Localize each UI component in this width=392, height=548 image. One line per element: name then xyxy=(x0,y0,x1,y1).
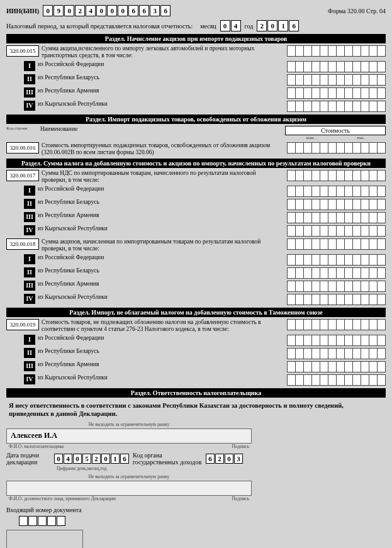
section-2: Раздел. Импорт подакцизных товаров, осво… xyxy=(6,115,386,124)
code-017: 320.00.017 xyxy=(6,170,39,181)
noframe-2: Не выходить за ограничительную рамку xyxy=(6,474,252,479)
iin-boxes: 090240006636 xyxy=(43,5,171,16)
incoming-label: Входящий номер документа xyxy=(6,506,252,513)
org-label: Код органа государственных доходов xyxy=(133,452,202,466)
kod-label: Код строки xyxy=(6,126,38,131)
section-4: Раздел. Импорт, не облагаемый налогом на… xyxy=(6,308,386,317)
incoming-boxes[interactable] xyxy=(19,516,66,526)
month-label: месяц xyxy=(200,23,216,30)
date-label: Дата подачи декларации xyxy=(6,452,50,466)
declaration-text: Я несу ответственность в соответствии с … xyxy=(9,401,383,418)
desc-015: Сумма акциза,исчисленного по импорту лег… xyxy=(42,45,284,59)
iin-d[interactable]: 0 xyxy=(43,5,53,16)
roman-I: I xyxy=(24,61,35,71)
code-015: 320.00.015 xyxy=(6,45,39,57)
iin-label: ИИН(БИН) xyxy=(6,8,39,14)
form-ref: Форма 320.00 Стр. 04 xyxy=(328,8,386,14)
code-018: 320.00.018 xyxy=(6,238,39,250)
name-label: Наименование xyxy=(40,126,283,133)
section-1: Раздел. Начисление акцизов при импорте п… xyxy=(6,34,386,43)
month-d[interactable]: 0 xyxy=(220,20,230,31)
stamp-square: М.П. xyxy=(6,530,83,548)
section-5: Раздел. Ответственность налогоплательщик… xyxy=(6,388,386,398)
official-name-field[interactable] xyxy=(6,481,252,496)
noframe-1: Не выходить за ограничительную рамку xyxy=(6,422,252,427)
signer-name-field[interactable]: Алексеев И.А xyxy=(6,428,252,444)
section-3: Раздел. Сумма налога на добавленную стои… xyxy=(6,159,386,168)
code-019: 320.00.019 xyxy=(6,319,39,330)
cost-label: Стоимость xyxy=(285,126,386,135)
year-label: год xyxy=(245,23,254,30)
period-label: Налоговый период, за который представляе… xyxy=(6,23,193,30)
val-015[interactable] xyxy=(287,45,386,57)
code-016: 320.00.016 xyxy=(6,142,39,154)
